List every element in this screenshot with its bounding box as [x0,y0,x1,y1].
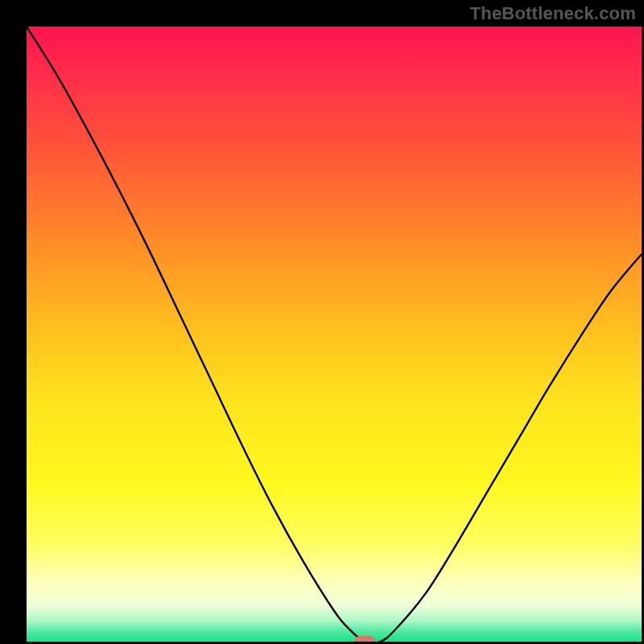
watermark-label: TheBottleneck.com [470,3,636,24]
plot-background-gradient [27,27,642,642]
chart-container: TheBottleneck.com [0,0,644,644]
bottleneck-chart [0,0,644,644]
